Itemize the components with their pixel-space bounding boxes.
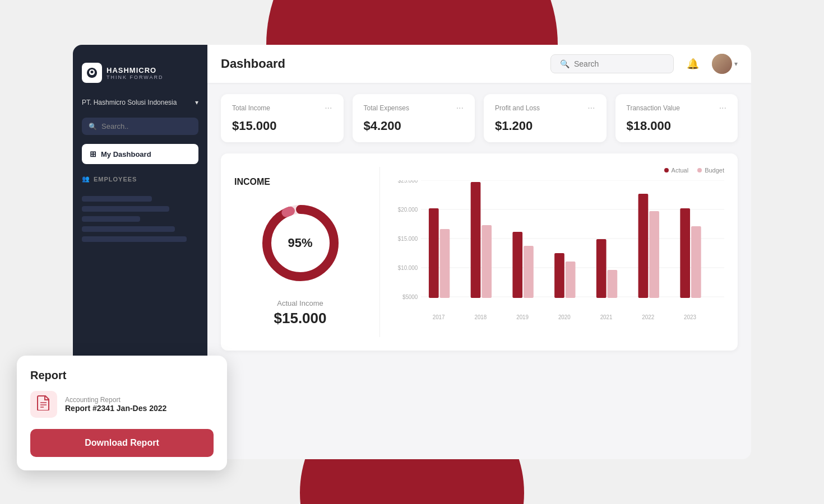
sidebar-skeleton bbox=[82, 196, 198, 242]
chart-legend: Actual Budget bbox=[394, 167, 724, 174]
donut-center: 95% bbox=[288, 236, 312, 250]
svg-rect-17 bbox=[512, 232, 522, 298]
svg-rect-23 bbox=[638, 194, 649, 298]
stat-card-total-expenses: Total Expenses ··· $4.200 bbox=[353, 94, 475, 142]
report-icon-wrap bbox=[30, 391, 57, 418]
svg-rect-26 bbox=[691, 226, 701, 298]
card-menu-icon[interactable]: ··· bbox=[325, 103, 332, 113]
logo-text: HASHMICRO THINK FORWARD bbox=[107, 66, 164, 80]
chevron-down-icon: ▾ bbox=[195, 99, 198, 106]
legend-actual: Actual bbox=[664, 167, 689, 174]
card-menu-icon[interactable]: ··· bbox=[719, 103, 726, 113]
sidebar-logo: HASHMICRO THINK FORWARD bbox=[82, 58, 198, 87]
avatar bbox=[712, 54, 732, 74]
logo-icon bbox=[82, 63, 102, 83]
dashboard-body: Total Income ··· $15.000 Total Expenses … bbox=[207, 83, 751, 459]
svg-text:$25.000: $25.000 bbox=[398, 180, 418, 184]
stat-card-label: Total Expenses bbox=[364, 104, 409, 112]
avatar-image bbox=[712, 54, 732, 74]
report-type: Accounting Report bbox=[65, 396, 166, 404]
stat-card-value: $4.200 bbox=[364, 119, 464, 133]
svg-rect-15 bbox=[471, 182, 481, 298]
svg-rect-14 bbox=[440, 229, 450, 298]
page-title: Dashboard bbox=[221, 57, 285, 71]
main-content: Dashboard 🔍 🔔 ▾ bbox=[207, 45, 751, 459]
svg-text:2021: 2021 bbox=[600, 314, 613, 320]
legend-actual-label: Actual bbox=[672, 167, 689, 174]
income-section: INCOME 95% bbox=[221, 153, 738, 351]
svg-text:2023: 2023 bbox=[684, 314, 696, 320]
search-icon: 🔍 bbox=[560, 59, 570, 68]
svg-text:$10.000: $10.000 bbox=[398, 265, 418, 271]
skeleton-line-5 bbox=[82, 236, 187, 242]
stat-cards: Total Income ··· $15.000 Total Expenses … bbox=[221, 94, 738, 142]
skeleton-line-2 bbox=[82, 206, 169, 212]
stat-card-value: $15.000 bbox=[232, 119, 332, 133]
stat-card-header: Total Expenses ··· bbox=[364, 103, 464, 113]
income-title: INCOME bbox=[234, 177, 270, 187]
donut-chart: 95% bbox=[256, 198, 345, 288]
report-name: Report #2341 Jan-Des 2022 bbox=[65, 404, 166, 413]
sidebar-search[interactable]: 🔍 Search.. bbox=[82, 118, 198, 135]
stat-card-header: Profit and Loss ··· bbox=[495, 103, 595, 113]
stat-card-header: Transaction Value ··· bbox=[627, 103, 727, 113]
sidebar-section-employees: 👥 EMPLOYEES bbox=[82, 173, 198, 185]
chevron-down-icon: ▾ bbox=[734, 60, 738, 68]
svg-rect-20 bbox=[566, 262, 576, 298]
stat-card-value: $18.000 bbox=[627, 119, 727, 133]
logo-subtitle: THINK FORWARD bbox=[107, 74, 164, 80]
legend-budget-label: Budget bbox=[705, 167, 724, 174]
dashboard-icon: ⊞ bbox=[90, 150, 96, 158]
svg-text:$5000: $5000 bbox=[402, 294, 418, 300]
bar-chart-svg: $25.000 $20.000 $15.000 $10.000 $5000 bbox=[394, 180, 724, 326]
search-bar[interactable]: 🔍 bbox=[550, 54, 674, 73]
svg-text:2017: 2017 bbox=[433, 314, 445, 320]
employees-icon: 👥 bbox=[82, 175, 90, 183]
svg-rect-24 bbox=[649, 211, 659, 298]
topbar-right: 🔍 🔔 ▾ bbox=[550, 54, 738, 74]
report-card-title: Report bbox=[30, 369, 214, 382]
stat-card-value: $1.200 bbox=[495, 119, 595, 133]
actual-income-value: $15.000 bbox=[274, 310, 327, 327]
stat-card-profit-loss: Profit and Loss ··· $1.200 bbox=[484, 94, 607, 142]
sidebar-item-my-dashboard[interactable]: ⊞ My Dashboard bbox=[82, 144, 198, 164]
report-info: Accounting Report Report #2341 Jan-Des 2… bbox=[65, 396, 166, 413]
legend-budget: Budget bbox=[697, 167, 724, 174]
income-left: INCOME 95% bbox=[234, 167, 380, 337]
stat-card-label: Transaction Value bbox=[627, 104, 680, 112]
report-item: Accounting Report Report #2341 Jan-Des 2… bbox=[30, 391, 214, 418]
svg-rect-25 bbox=[680, 208, 690, 298]
svg-rect-18 bbox=[524, 246, 534, 298]
svg-text:2020: 2020 bbox=[558, 314, 571, 320]
svg-rect-22 bbox=[608, 270, 618, 298]
bar-chart-wrapper: $25.000 $20.000 $15.000 $10.000 $5000 bbox=[394, 180, 724, 337]
notification-icon[interactable]: 🔔 bbox=[683, 54, 703, 74]
legend-dot-budget bbox=[697, 168, 702, 172]
income-right: Actual Budget bbox=[380, 167, 724, 337]
report-file-icon bbox=[36, 395, 51, 414]
stat-card-header: Total Income ··· bbox=[232, 103, 332, 113]
skeleton-line-1 bbox=[82, 196, 152, 202]
stat-card-total-income: Total Income ··· $15.000 bbox=[221, 94, 344, 142]
report-card: Report Accounting Report Report #2341 Ja… bbox=[17, 356, 227, 470]
topbar: Dashboard 🔍 🔔 ▾ bbox=[207, 45, 751, 83]
skeleton-line-3 bbox=[82, 216, 140, 222]
card-menu-icon[interactable]: ··· bbox=[456, 103, 464, 113]
download-report-button[interactable]: Download Report bbox=[30, 429, 214, 457]
stat-card-transaction-value: Transaction Value ··· $18.000 bbox=[615, 94, 738, 142]
actual-income-label: Actual Income bbox=[277, 299, 323, 307]
svg-text:$20.000: $20.000 bbox=[398, 207, 418, 213]
company-name: PT. Hashmicro Solusi Indonesia bbox=[82, 99, 177, 106]
svg-text:2022: 2022 bbox=[642, 314, 654, 320]
logo-title: HASHMICRO bbox=[107, 66, 164, 74]
donut-percent: 95% bbox=[288, 236, 312, 250]
svg-text:2018: 2018 bbox=[474, 314, 487, 320]
user-dropdown[interactable]: ▾ bbox=[712, 54, 738, 74]
company-selector[interactable]: PT. Hashmicro Solusi Indonesia ▾ bbox=[82, 96, 198, 109]
card-menu-icon[interactable]: ··· bbox=[587, 103, 595, 113]
search-icon: 🔍 bbox=[89, 123, 97, 130]
svg-rect-13 bbox=[429, 208, 439, 298]
svg-rect-16 bbox=[482, 225, 492, 298]
search-input[interactable] bbox=[574, 59, 664, 68]
legend-dot-actual bbox=[664, 168, 669, 172]
